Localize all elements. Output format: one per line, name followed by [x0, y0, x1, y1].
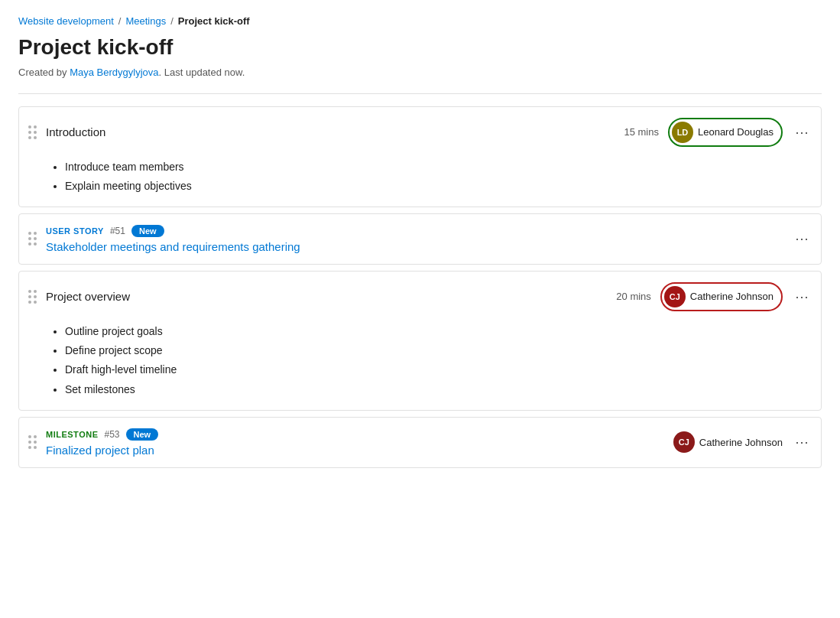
page-meta: Created by Maya Berdygylyjova. Last upda…: [18, 67, 822, 78]
card-content-user-story-51: USER STORY #51 New Stakeholder meetings …: [46, 225, 786, 253]
card-type-label-user-story-51: USER STORY: [46, 226, 104, 236]
card-bullets-project-overview: Outline project goals Define project sco…: [19, 322, 821, 410]
agenda-card-project-overview: Project overview 20 mins CJ Catherine Jo…: [18, 271, 822, 411]
card-content-milestone-53: MILESTONE #53 New Finalized project plan: [46, 428, 667, 457]
card-right-introduction: 15 mins LD Leonard Douglas ⋯: [624, 118, 812, 147]
assignee-name-leonard: Leonard Douglas: [698, 126, 774, 138]
bullet-item: Explain meeting objectives: [65, 177, 812, 196]
bullet-item: Define project scope: [65, 341, 812, 360]
drag-handle-project-overview[interactable]: [28, 290, 37, 304]
card-header-introduction: Introduction 15 mins LD Leonard Douglas …: [19, 107, 821, 158]
card-type-row-user-story-51: USER STORY #51 New: [46, 225, 786, 237]
bullet-item: Set milestones: [65, 380, 812, 399]
breadcrumb-sep-2: /: [170, 15, 174, 27]
card-type-label-milestone-53: MILESTONE: [46, 430, 98, 439]
assignee-name-catherine-1: Catherine Johnson: [690, 291, 774, 302]
bullet-item: Outline project goals: [65, 322, 812, 341]
breadcrumb: Website development / Meetings / Project…: [18, 15, 822, 27]
bullet-item: Draft high-level timeline: [65, 360, 812, 379]
assignee-chip-catherine-2[interactable]: CJ Catherine Johnson: [673, 431, 783, 453]
card-id-user-story-51: #51: [110, 226, 125, 236]
duration-project-overview: 20 mins: [616, 291, 651, 302]
card-header-milestone-53: MILESTONE #53 New Finalized project plan…: [19, 418, 821, 467]
assignee-name-catherine-2: Catherine Johnson: [699, 437, 783, 448]
card-title-link-milestone-53[interactable]: Finalized project plan: [46, 444, 154, 457]
more-button-project-overview[interactable]: ⋯: [792, 287, 812, 307]
duration-introduction: 15 mins: [624, 126, 659, 138]
agenda-list: Introduction 15 mins LD Leonard Douglas …: [18, 106, 822, 468]
card-right-user-story-51: ⋯: [792, 229, 812, 249]
avatar-catherine-2: CJ: [673, 431, 695, 453]
drag-handle-introduction[interactable]: [28, 125, 37, 139]
page-container: Website development / Meetings / Project…: [0, 0, 840, 490]
created-by-prefix: Created by: [18, 67, 70, 78]
more-button-user-story-51[interactable]: ⋯: [792, 229, 812, 249]
agenda-card-milestone-53: MILESTONE #53 New Finalized project plan…: [18, 417, 822, 468]
card-header-project-overview: Project overview 20 mins CJ Catherine Jo…: [19, 272, 821, 322]
card-type-row-milestone-53: MILESTONE #53 New: [46, 428, 667, 441]
drag-handle-milestone-53[interactable]: [28, 435, 37, 449]
card-content-introduction: Introduction: [46, 125, 618, 138]
agenda-card-introduction: Introduction 15 mins LD Leonard Douglas …: [18, 106, 822, 207]
agenda-card-user-story-51: USER STORY #51 New Stakeholder meetings …: [18, 213, 822, 265]
page-title: Project kick-off: [18, 34, 822, 60]
card-right-project-overview: 20 mins CJ Catherine Johnson ⋯: [616, 282, 812, 311]
card-id-milestone-53: #53: [104, 429, 119, 440]
avatar-leonard: LD: [672, 122, 693, 143]
card-title-project-overview: Project overview: [46, 290, 130, 303]
card-bullets-introduction: Introduce team members Explain meeting o…: [19, 158, 821, 207]
bullet-item: Introduce team members: [65, 158, 812, 177]
card-title-introduction: Introduction: [46, 125, 105, 138]
more-button-milestone-53[interactable]: ⋯: [792, 432, 812, 452]
card-content-project-overview: Project overview: [46, 290, 610, 303]
breadcrumb-website-dev[interactable]: Website development: [18, 15, 114, 27]
assignee-chip-catherine-1[interactable]: CJ Catherine Johnson: [660, 282, 783, 311]
card-header-user-story-51: USER STORY #51 New Stakeholder meetings …: [19, 214, 821, 264]
created-by-suffix: . Last updated now.: [159, 67, 245, 78]
drag-handle-user-story-51[interactable]: [28, 232, 37, 246]
assignee-chip-leonard[interactable]: LD Leonard Douglas: [668, 118, 783, 147]
card-status-badge-milestone-53: New: [126, 428, 159, 441]
card-status-badge-user-story-51: New: [131, 225, 164, 237]
card-right-milestone-53: CJ Catherine Johnson ⋯: [673, 431, 812, 453]
card-title-link-user-story-51[interactable]: Stakeholder meetings and requirements ga…: [46, 240, 300, 253]
breadcrumb-current: Project kick-off: [178, 15, 250, 27]
breadcrumb-meetings[interactable]: Meetings: [125, 15, 166, 27]
header-divider: [18, 93, 822, 94]
breadcrumb-sep-1: /: [118, 15, 122, 27]
avatar-catherine-1: CJ: [664, 286, 686, 307]
creator-link[interactable]: Maya Berdygylyjova: [70, 67, 158, 78]
more-button-introduction[interactable]: ⋯: [792, 122, 812, 142]
